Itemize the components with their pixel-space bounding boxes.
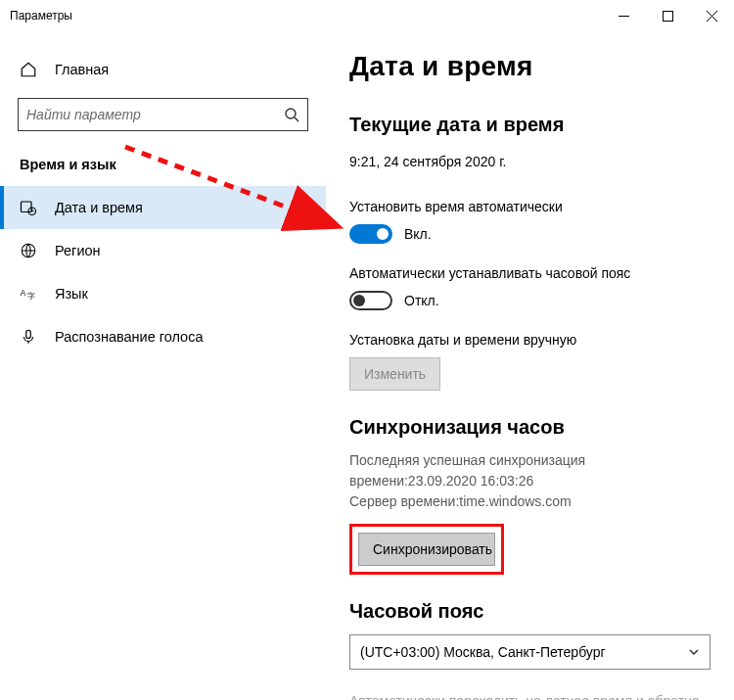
svg-point-1 (286, 109, 296, 118)
microphone-icon (20, 328, 37, 346)
maximize-icon (663, 11, 673, 22)
sync-last: Последняя успешная синхронизация времени… (349, 450, 711, 491)
calendar-clock-icon (20, 199, 37, 216)
sidebar-item-language[interactable]: A字 Язык (0, 272, 326, 315)
tz-heading: Часовой пояс (349, 600, 711, 623)
sidebar-item-speech[interactable]: Распознавание голоса (0, 315, 326, 358)
highlight-annotation: Синхронизировать (349, 524, 504, 575)
timezone-select[interactable]: (UTC+03:00) Москва, Санкт-Петербург (349, 634, 711, 670)
search-input-container[interactable] (18, 98, 308, 131)
sidebar: Главная Время и язык Дата и время Регион… (0, 31, 326, 700)
chevron-down-icon (688, 646, 700, 658)
page-title: Дата и время (349, 51, 711, 82)
close-button[interactable] (690, 0, 734, 31)
sidebar-home[interactable]: Главная (0, 51, 326, 88)
dst-label: Автоматически переходить на летнее время… (349, 693, 711, 700)
auto-tz-label: Автоматически устанавливать часовой пояс (349, 265, 711, 281)
minimize-icon (619, 11, 629, 22)
sidebar-item-label: Распознавание голоса (55, 329, 204, 345)
sidebar-item-label: Язык (55, 286, 88, 302)
language-icon: A字 (20, 285, 37, 303)
window-title: Параметры (10, 9, 72, 23)
svg-rect-0 (664, 11, 673, 21)
close-icon (707, 11, 717, 22)
minimize-button[interactable] (602, 0, 646, 31)
sidebar-item-region[interactable]: Регион (0, 229, 326, 272)
search-icon (284, 107, 299, 122)
search-input[interactable] (26, 107, 284, 122)
svg-text:字: 字 (27, 292, 35, 301)
svg-rect-7 (26, 330, 31, 338)
window-controls (602, 0, 734, 31)
sidebar-item-label: Регион (55, 243, 101, 258)
sync-heading: Синхронизация часов (349, 416, 711, 439)
svg-rect-2 (22, 202, 32, 212)
manual-label: Установка даты и времени вручную (349, 332, 711, 348)
maximize-button[interactable] (646, 0, 690, 31)
current-datetime: 9:21, 24 сентября 2020 г. (349, 154, 711, 169)
content-area: Дата и время Текущие дата и время 9:21, … (326, 31, 734, 700)
sidebar-item-date-time[interactable]: Дата и время (0, 186, 326, 229)
titlebar: Параметры (0, 0, 734, 31)
sidebar-item-label: Дата и время (55, 200, 143, 215)
change-button: Изменить (349, 357, 440, 391)
auto-time-toggle[interactable] (349, 224, 392, 244)
svg-text:A: A (21, 289, 26, 298)
sidebar-home-label: Главная (55, 62, 109, 77)
sidebar-category: Время и язык (0, 149, 326, 186)
sync-server: Сервер времени:time.windows.com (349, 491, 711, 512)
auto-tz-toggle[interactable] (349, 291, 392, 310)
timezone-value: (UTC+03:00) Москва, Санкт-Петербург (360, 644, 606, 660)
auto-tz-state: Откл. (404, 293, 439, 308)
globe-icon (20, 242, 37, 259)
auto-time-state: Вкл. (404, 226, 432, 242)
current-heading: Текущие дата и время (349, 114, 711, 136)
home-icon (20, 61, 37, 78)
auto-time-label: Установить время автоматически (349, 199, 711, 214)
sync-button[interactable]: Синхронизировать (358, 533, 495, 566)
